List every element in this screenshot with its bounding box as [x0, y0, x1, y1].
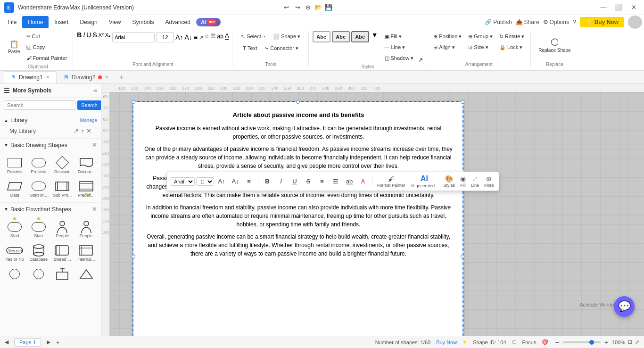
ft-bold-btn[interactable]: B — [261, 175, 273, 188]
ft-ai-btn[interactable]: AI AI generated... — [409, 174, 440, 189]
menu-design[interactable]: Design — [74, 16, 103, 28]
close-tab-drawing2[interactable]: ✕ — [105, 75, 108, 80]
font-decrease-icon[interactable]: A↓ — [185, 33, 192, 41]
my-library-export-btn[interactable]: ↗ — [74, 127, 79, 134]
shape-item-database[interactable]: Database — [28, 242, 50, 264]
shape-item-internal[interactable]: Internal... — [75, 242, 98, 264]
font-increase-icon[interactable]: A↑ — [175, 33, 183, 41]
text-align-icon[interactable]: ≡ — [205, 33, 209, 40]
font-size-input[interactable] — [156, 32, 174, 42]
replace-shape-btn[interactable]: ⬡ Replace Shape — [535, 31, 574, 59]
my-library-close-btn[interactable]: ✕ — [86, 127, 91, 134]
cut-btn[interactable]: ✂ Cut — [24, 31, 70, 41]
canvas-content[interactable]: Article about passive income and its ben… — [110, 92, 644, 336]
close-btn[interactable]: ✕ — [627, 2, 640, 13]
page-tab[interactable]: Page-1 — [14, 338, 41, 347]
shape-item-subprocess[interactable]: Sub Pro... — [51, 178, 74, 199]
size-btn[interactable]: ⊡ Size ▾ — [465, 42, 495, 52]
add-page-btn[interactable]: + — [56, 340, 59, 345]
ft-align-btn[interactable]: ≡ — [243, 175, 255, 188]
fit-page-btn[interactable]: ⊡ — [628, 339, 632, 345]
position-btn[interactable]: ⊞ Position ▾ — [430, 31, 464, 41]
ft-strike-btn[interactable]: S — [302, 175, 314, 188]
tab-drawing1[interactable]: 🖹 Drawing1 ✕ — [4, 71, 57, 83]
new-tab-btn[interactable]: ⊕ — [303, 3, 313, 12]
page-nav-right-btn[interactable]: ▶ — [47, 339, 50, 345]
manage-btn[interactable]: Manage — [80, 118, 97, 123]
status-buy-now-btn[interactable]: Buy Now — [436, 340, 457, 345]
ft-size-select[interactable]: 12 — [196, 177, 214, 186]
menu-symbols[interactable]: Symbols — [127, 16, 160, 28]
style-swatch-2[interactable]: Abc — [332, 31, 350, 42]
zoom-out-btn[interactable]: − — [554, 338, 560, 347]
text-color-icon[interactable]: A — [225, 32, 229, 40]
styles-more-icon[interactable]: ▼ — [372, 31, 378, 42]
fullscreen-btn[interactable]: ⤢ — [635, 339, 639, 345]
layers-icon[interactable]: ⬡ — [512, 339, 517, 345]
ft-font-decrease-btn[interactable]: A↓ — [229, 175, 241, 188]
shape-btn[interactable]: ⬜ Shape ▾ — [270, 31, 303, 41]
format-painter-btn[interactable]: 🖌 Format Painter — [24, 53, 70, 63]
shape-item-document[interactable]: Docum... — [75, 154, 98, 176]
shape-item-process2[interactable]: Process — [28, 154, 50, 176]
copy-btn[interactable]: ⿻ Copy — [24, 42, 70, 52]
underline2-icon[interactable]: ab — [217, 33, 223, 40]
shape-item-extra2[interactable] — [28, 265, 50, 282]
undo-btn[interactable]: ↩ — [281, 3, 291, 12]
ft-italic-btn[interactable]: I — [275, 175, 287, 188]
basic-drawing-shapes-header[interactable]: ▼ Basic Drawing Shapes ✕ — [0, 139, 101, 151]
zoom-in-btn[interactable]: + — [603, 338, 609, 347]
align-btn[interactable]: ⊟ Align ▾ — [430, 42, 464, 52]
tab-drawing2[interactable]: 🖹 Drawing2 ✕ — [57, 71, 116, 83]
paste-btn[interactable]: 📋 Paste — [6, 33, 23, 61]
basic-drawing-shapes-close-btn[interactable]: ✕ — [92, 141, 97, 149]
search-btn[interactable]: Search — [77, 100, 101, 110]
menu-file[interactable]: File — [2, 16, 22, 28]
shape-item-extra1[interactable] — [4, 265, 26, 282]
user-avatar[interactable] — [628, 16, 642, 29]
shape-item-predefined[interactable]: Predefi... — [75, 178, 98, 199]
search-input[interactable] — [4, 100, 75, 110]
shape-item-yesno[interactable]: Yes or No Yes or No — [4, 242, 26, 264]
panel-collapse-btn[interactable]: « — [94, 87, 97, 94]
shape-item-start2[interactable]: Start — [28, 218, 50, 240]
shape-item-start1[interactable]: Start — [4, 218, 26, 240]
ft-font-select[interactable]: Arial — [170, 177, 195, 186]
ft-list1-btn[interactable]: ≡ — [316, 175, 328, 188]
ft-styles-btn[interactable]: 🎨 Styles — [442, 174, 457, 189]
menu-insert[interactable]: Insert — [49, 16, 74, 28]
shape-item-decision[interactable]: Decision — [51, 154, 74, 176]
basic-flowchart-shapes-close-btn[interactable]: ✕ — [92, 206, 97, 213]
text-btn[interactable]: T Text — [240, 43, 260, 53]
expand-font-icon[interactable]: ↗ — [199, 34, 203, 41]
close-tab-drawing1[interactable]: ✕ — [46, 75, 50, 80]
ai-menu-btn[interactable]: AI hot — [196, 18, 221, 26]
ft-underline-btn[interactable]: U — [289, 175, 301, 188]
style-swatch-3[interactable]: Abc — [351, 31, 369, 42]
select-btn[interactable]: ↖ Select ~ — [238, 31, 268, 41]
shape-item-people2[interactable]: People — [75, 218, 98, 240]
menu-advanced[interactable]: Advanced — [160, 16, 196, 28]
line-btn[interactable]: — Line ▾ — [382, 42, 417, 52]
shape-item-start-end[interactable]: Start or... — [28, 178, 50, 199]
ft-list2-btn[interactable]: ☰ — [330, 175, 342, 188]
align-icon[interactable]: ≡ — [194, 33, 198, 41]
shape-item-extra3[interactable] — [51, 265, 74, 282]
chat-bubble-btn[interactable]: 💬 — [614, 296, 635, 317]
shape-item-stored[interactable]: Stored ... — [51, 242, 74, 264]
shape-item-extra4[interactable] — [75, 265, 98, 282]
connector-btn[interactable]: ⤷ Connector ▾ — [262, 43, 301, 53]
ft-format-painter[interactable]: 🖌 Format Painter — [375, 174, 407, 189]
zoom-slider[interactable] — [563, 341, 601, 343]
focus-icon[interactable]: 🎯 — [542, 339, 548, 345]
publish-btn[interactable]: 🔗 Publish — [485, 19, 512, 25]
share-btn[interactable]: 📤 Share — [516, 19, 539, 25]
basic-flowchart-shapes-header[interactable]: ▼ Basic Flowchart Shapes ✕ — [0, 203, 101, 215]
buy-now-btn[interactable]: ⭐ Buy Now — [580, 17, 624, 27]
shape-item-people1[interactable]: People — [51, 218, 74, 240]
menu-home[interactable]: Home — [22, 16, 49, 28]
library-header[interactable]: ▲ Library Manage — [4, 115, 97, 125]
canvas-area[interactable]: 120 130 140 150 160 170 180 190 200 210 … — [101, 84, 644, 336]
rotate-btn[interactable]: ↻ Rotate ▾ — [496, 31, 527, 41]
ft-underline2-btn[interactable]: ab — [343, 175, 355, 188]
